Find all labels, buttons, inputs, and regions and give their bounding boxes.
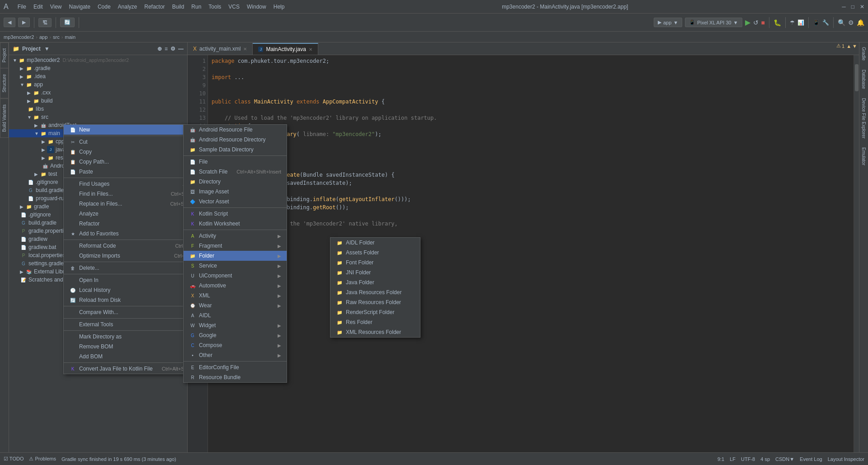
profile-button[interactable]: 📊 — [797, 19, 804, 26]
project-tab[interactable]: Project — [0, 42, 9, 68]
problems-tab[interactable]: ⚠ Problems — [29, 456, 56, 462]
search-everywhere-button[interactable]: 🔍 — [838, 19, 845, 26]
titlebar-menu-build[interactable]: Build — [169, 3, 188, 11]
encoding[interactable]: UTF-8 — [741, 456, 755, 462]
ctx-java-folder[interactable]: 📁 Java Folder — [330, 277, 420, 287]
ctx-refactor[interactable]: Refactor ▶ — [64, 219, 203, 229]
collapse-all-icon[interactable]: ≡ — [165, 46, 168, 52]
titlebar-menu-window[interactable]: Window — [243, 3, 270, 11]
ctx-find-in-files[interactable]: Find in Files... Ctrl+Shift+F — [64, 189, 203, 199]
ctx-sample-data-dir[interactable]: 📁 Sample Data Directory — [184, 145, 287, 155]
sdk-button[interactable]: 🔧 — [822, 19, 829, 26]
ctx-compare-with[interactable]: Compare With... Ctrl+D — [64, 307, 203, 317]
structure-tab[interactable]: Structure — [0, 68, 9, 99]
ctx-folder[interactable]: 📁 Folder ▶ — [184, 251, 287, 261]
breadcrumb-root[interactable]: mp3encoder2 — [4, 34, 34, 40]
ctx-res-folder[interactable]: 📁 Res Folder — [330, 317, 420, 327]
maximize-button[interactable]: □ — [851, 4, 854, 10]
ctx-reformat[interactable]: Reformat Code Ctrl+Alt+L — [64, 241, 203, 251]
ctx-local-history[interactable]: 🕐 Local History ▶ — [64, 285, 203, 295]
ctx-reload[interactable]: 🔄 Reload from Disk — [64, 295, 203, 305]
tree-gradle[interactable]: ▶ 📁 .gradle — [9, 64, 187, 72]
titlebar-menu-help[interactable]: Help — [270, 3, 288, 11]
ctx-xml[interactable]: X XML ▶ — [184, 291, 287, 301]
build-variants-tab[interactable]: Build Variants — [0, 99, 9, 138]
database-tab[interactable]: Database — [860, 65, 868, 94]
event-log-button[interactable]: Event Log — [800, 456, 822, 462]
warning-indicator[interactable]: ⚠ 1 ▲ ▼ — [836, 43, 857, 49]
ctx-font-folder[interactable]: 📁 Font Folder — [330, 258, 420, 268]
ctx-google[interactable]: G Google ▶ — [184, 330, 287, 340]
tree-idea[interactable]: ▶ 📁 .idea — [9, 72, 187, 80]
ctx-image-asset[interactable]: 🖼 Image Asset — [184, 187, 287, 197]
line-ending[interactable]: LF — [730, 456, 736, 462]
git-branch[interactable]: CSDN▼ — [775, 456, 794, 462]
toolbar-forward-button[interactable]: ▶ — [18, 18, 30, 27]
warning-arrow-up[interactable]: ▲ — [846, 43, 851, 49]
ctx-cut[interactable]: ✂ Cut Ctrl+X — [64, 137, 203, 147]
layout-inspector-button[interactable]: Layout Inspector — [828, 456, 864, 462]
ctx-vector-asset[interactable]: 🔷 Vector Asset — [184, 197, 287, 207]
warning-arrow-down[interactable]: ▼ — [852, 43, 857, 49]
ctx-aidl-folder[interactable]: 📁 AIDL Folder — [330, 238, 420, 248]
ctx-raw-resources-folder[interactable]: 📁 Raw Resources Folder — [330, 297, 420, 307]
ctx-resource-bundle[interactable]: R Resource Bundle — [184, 372, 287, 382]
ctx-analyze[interactable]: Analyze ▶ — [64, 209, 203, 219]
tree-app[interactable]: ▼ 📁 app — [9, 80, 187, 89]
ctx-copy[interactable]: 📋 Copy Ctrl+C — [64, 147, 203, 157]
titlebar-menu-view[interactable]: View — [47, 3, 66, 11]
breadcrumb-main[interactable]: main — [65, 34, 75, 40]
ctx-service[interactable]: S Service ▶ — [184, 261, 287, 271]
ctx-fragment[interactable]: F Fragment ▶ — [184, 241, 287, 251]
ctx-find-usages[interactable]: Find Usages Alt+F7 — [64, 179, 203, 189]
ctx-directory[interactable]: 📁 Directory — [184, 177, 287, 187]
run-config-selector[interactable]: ▶ app ▼ — [654, 18, 682, 27]
settings-button[interactable]: ⚙ — [848, 19, 854, 26]
hide-panel-icon[interactable]: — — [178, 46, 184, 52]
ctx-android-resource-file[interactable]: 🤖 Android Resource File — [184, 125, 287, 135]
close-button[interactable]: ✕ — [860, 4, 864, 10]
ctx-delete[interactable]: 🗑 Delete... Delete — [64, 263, 203, 273]
tree-libs[interactable]: 📁 libs — [9, 105, 187, 113]
ctx-widget[interactable]: W Widget ▶ — [184, 320, 287, 330]
ctx-new[interactable]: 📄 New ▶ — [64, 125, 203, 135]
ctx-add-bom[interactable]: Add BOM — [64, 352, 203, 362]
ctx-copy-path[interactable]: 📋 Copy Path... — [64, 157, 203, 167]
run-button[interactable]: ▶ — [745, 18, 750, 27]
ctx-add-favorites[interactable]: ★ Add to Favorites ▶ — [64, 229, 203, 239]
ctx-android-resource-dir[interactable]: 🤖 Android Resource Directory — [184, 135, 287, 145]
tree-build[interactable]: ▶ 📁 build — [9, 97, 187, 105]
tab-xml-close[interactable]: ✕ — [243, 47, 247, 52]
minimize-button[interactable]: ─ — [842, 4, 846, 10]
titlebar-menu-navigate[interactable]: Navigate — [66, 3, 94, 11]
project-structure-button[interactable]: 🏗 — [38, 18, 52, 27]
tree-cxx[interactable]: ▶ 📁 .cxx — [9, 89, 187, 97]
toolbar-back-button[interactable]: ◀ — [4, 18, 15, 27]
titlebar-menu-edit[interactable]: Edit — [30, 3, 47, 11]
avd-button[interactable]: 📱 — [813, 19, 820, 26]
coverage-button[interactable]: ☂ — [790, 19, 795, 26]
ctx-paste[interactable]: 📄 Paste Ctrl+V — [64, 167, 203, 177]
ctx-other[interactable]: • Other ▶ — [184, 350, 287, 360]
gradle-tab[interactable]: Gradle — [860, 42, 868, 65]
ctx-kotlin-worksheet[interactable]: K Kotlin Worksheet — [184, 219, 287, 229]
ctx-scratch-file[interactable]: 📄 Scratch File Ctrl+Alt+Shift+Insert — [184, 167, 287, 177]
ctx-remove-bom[interactable]: Remove BOM — [64, 342, 203, 352]
ctx-uicomponent[interactable]: U UiComponent ▶ — [184, 271, 287, 281]
ctx-wear[interactable]: ⌚ Wear ▶ — [184, 301, 287, 310]
debug-button[interactable]: 🐛 — [774, 19, 781, 26]
locate-icon[interactable]: ⊕ — [157, 46, 162, 52]
ctx-external-tools[interactable]: External Tools ▶ — [64, 319, 203, 329]
todo-tab[interactable]: ☑ TODO — [4, 456, 24, 462]
ctx-replace-in-files[interactable]: Replace in Files... Ctrl+Shift+R — [64, 199, 203, 209]
code-editor[interactable]: package com.phuket.tour.mp3encoder2; imp… — [208, 55, 854, 452]
device-selector[interactable]: 📱 Pixel XL API 30 ▼ — [685, 18, 742, 27]
ctx-assets-folder[interactable]: 📁 Assets Folder — [330, 248, 420, 258]
tab-activity-main-xml[interactable]: X activity_main.xml ✕ — [188, 43, 253, 55]
sync-button[interactable]: 🔄 — [60, 18, 75, 27]
ctx-java-resources-folder[interactable]: 📁 Java Resources Folder — [330, 287, 420, 297]
ctx-mark-directory[interactable]: Mark Directory as — [64, 332, 203, 342]
project-panel-arrow[interactable]: ▼ — [44, 46, 50, 52]
device-file-explorer-tab[interactable]: Device File Explorer — [860, 94, 868, 143]
ctx-renderscript-folder[interactable]: 📁 RenderScript Folder — [330, 307, 420, 317]
